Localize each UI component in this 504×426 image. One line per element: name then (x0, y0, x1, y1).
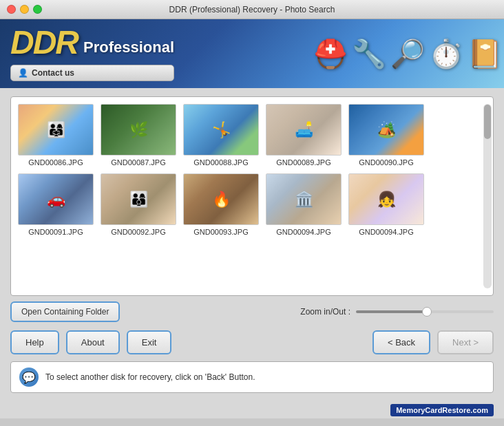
photo-row-2: 🚗 GND00091.JPG 👨‍👩‍👦 GND00092.JPG 🔥 GND0… (18, 173, 486, 236)
window-title: DDR (Professional) Recovery - Photo Sear… (169, 5, 335, 14)
header-tools: ⛑️ 🔧 🔎 ⏱️ 📔 (263, 19, 504, 88)
maximize-button[interactable] (33, 5, 42, 14)
list-item[interactable]: 👨‍👩‍👦 GND00092.JPG (101, 173, 176, 236)
info-bar: 💬 To select another disk for recovery, c… (10, 361, 494, 393)
header-logo: DDR Professional (10, 26, 174, 59)
list-item[interactable]: 🌿 GND00087.JPG (101, 104, 176, 167)
contact-button[interactable]: 👤 Contact us (10, 65, 174, 81)
list-item[interactable]: 👨‍👩‍👧 GND00086.JPG (18, 104, 94, 167)
exit-button[interactable]: Exit (127, 330, 172, 354)
list-item[interactable]: 🏛️ GND00094.JPG (266, 173, 342, 236)
zoom-label: Zoom in/Out : (300, 307, 350, 317)
photo-label: GND00093.JPG (193, 228, 248, 236)
app-header: DDR Professional 👤 Contact us ⛑️ 🔧 🔎 ⏱️ … (0, 19, 504, 88)
photo-thumbnail[interactable]: 🚗 (18, 173, 94, 225)
back-button[interactable]: < Back (372, 330, 430, 354)
logo-professional: Professional (83, 39, 174, 59)
photo-label: GND00091.JPG (28, 228, 83, 236)
photo-thumbnail[interactable]: 🔥 (183, 173, 259, 225)
photo-thumbnail[interactable]: 🌿 (101, 104, 176, 156)
minimize-button[interactable] (20, 5, 29, 14)
scrollbar[interactable] (483, 104, 492, 288)
photo-thumbnail[interactable]: 👨‍👩‍👦 (101, 173, 176, 225)
book-icon: 📔 (468, 38, 502, 70)
logo-ddr: DDR (10, 26, 78, 59)
info-message: To select another disk for recovery, cli… (45, 372, 255, 382)
magnifier-icon: 🔎 (390, 38, 425, 70)
controls-bar: Open Containing Folder Zoom in/Out : (10, 301, 494, 322)
main-content: 👨‍👩‍👧 GND00086.JPG 🌿 GND00087.JPG 🤸 GND0… (0, 88, 504, 400)
list-item[interactable]: 👧 GND00094.JPG (348, 173, 424, 236)
photo-thumbnail[interactable]: 🛋️ (266, 104, 342, 156)
footer: MemoryCardRestore.com (0, 400, 504, 418)
zoom-area: Zoom in/Out : (300, 307, 494, 317)
photo-grid-container: 👨‍👩‍👧 GND00086.JPG 🌿 GND00087.JPG 🤸 GND0… (10, 96, 494, 296)
info-icon: 💬 (19, 368, 39, 387)
list-item[interactable]: 🏕️ GND00090.JPG (348, 104, 424, 167)
scrollbar-thumb[interactable] (484, 105, 491, 139)
speech-bubble-icon: 💬 (22, 371, 36, 384)
list-item[interactable]: 🛋️ GND00089.JPG (266, 104, 342, 167)
photo-label: GND00087.JPG (111, 158, 165, 167)
photo-label: GND00086.JPG (28, 158, 83, 167)
about-button[interactable]: About (66, 330, 120, 354)
next-button[interactable]: Next > (437, 330, 494, 354)
photo-thumbnail[interactable]: 🏕️ (348, 104, 424, 156)
photo-label: GND00090.JPG (359, 158, 413, 167)
list-item[interactable]: 🔥 GND00093.JPG (183, 173, 259, 236)
window-controls (7, 5, 42, 14)
list-item[interactable]: 🤸 GND00088.JPG (183, 104, 259, 167)
photo-label: GND00094.JPG (359, 228, 413, 236)
help-button[interactable]: Help (10, 330, 59, 354)
open-folder-button[interactable]: Open Containing Folder (10, 301, 120, 322)
nav-right-group: < Back Next > (372, 330, 494, 354)
person-icon: 👤 (18, 68, 28, 78)
zoom-slider[interactable] (356, 310, 494, 313)
open-folder-label: Open Containing Folder (21, 307, 109, 317)
helmet-icon: ⛑️ (313, 38, 348, 70)
photo-thumbnail[interactable]: 🤸 (183, 104, 259, 156)
photo-label: GND00088.JPG (193, 158, 248, 167)
list-item[interactable]: 🚗 GND00091.JPG (18, 173, 94, 236)
photo-thumbnail[interactable]: 👨‍👩‍👧 (18, 104, 94, 156)
brand-badge: MemoryCardRestore.com (390, 404, 494, 416)
stopwatch-icon: ⏱️ (429, 38, 463, 70)
contact-label: Contact us (32, 68, 74, 78)
photo-label: GND00092.JPG (111, 228, 165, 236)
photo-thumbnail[interactable]: 👧 (348, 173, 424, 225)
zoom-thumb[interactable] (422, 307, 432, 317)
title-bar: DDR (Professional) Recovery - Photo Sear… (0, 0, 504, 19)
photo-row-1: 👨‍👩‍👧 GND00086.JPG 🌿 GND00087.JPG 🤸 GND0… (18, 104, 486, 167)
bottom-nav: Help About Exit < Back Next > (10, 330, 494, 354)
photo-label: GND00094.JPG (276, 228, 330, 236)
close-button[interactable] (7, 5, 16, 14)
photo-label: GND00089.JPG (276, 158, 330, 167)
logo-area: DDR Professional 👤 Contact us (10, 26, 174, 81)
photo-thumbnail[interactable]: 🏛️ (266, 173, 342, 225)
wrench-icon: 🔧 (352, 38, 386, 70)
